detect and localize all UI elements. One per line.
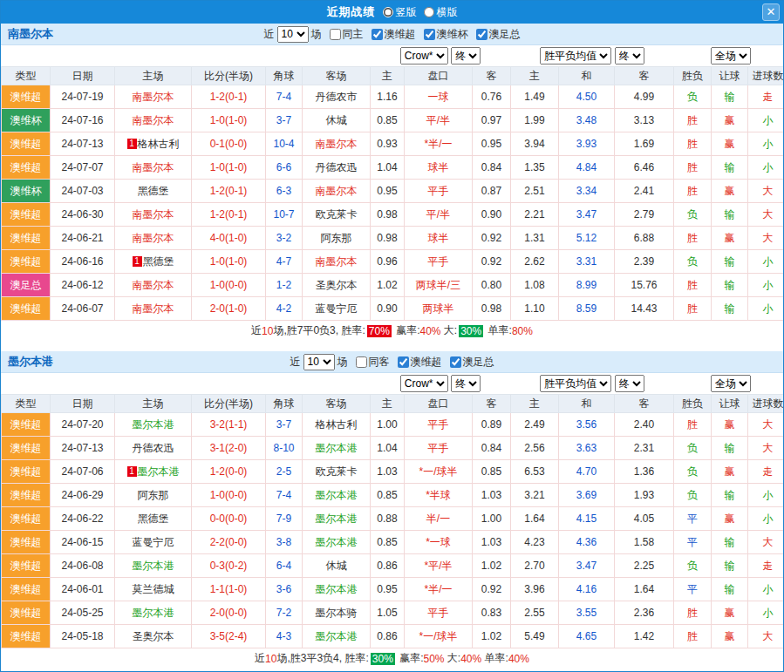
recent-count-select[interactable]: 10 xyxy=(303,354,335,370)
results-body: 澳维超24-07-20墨尔本港3-2(1-1)3-7格林古利1.00平手0.89… xyxy=(2,413,784,648)
away-team-cell: 南墨尔本 xyxy=(303,180,371,203)
avg-away-cell: 1.36 xyxy=(615,460,674,484)
home-odds-cell: 1.04 xyxy=(371,156,405,180)
result-cell: 胜 xyxy=(674,132,712,156)
team-text: 南墨尔本 xyxy=(133,279,174,291)
avg-state-select[interactable]: 终 xyxy=(615,47,644,64)
avg-home-cell: 3.96 xyxy=(511,578,559,601)
goals-result-cell: 大 xyxy=(748,227,784,250)
avg-draw-cell: 8.59 xyxy=(559,297,615,321)
result-cell: 胜 xyxy=(674,625,712,648)
horizontal-radio[interactable] xyxy=(424,7,434,17)
corners-cell: 7-9 xyxy=(266,507,303,531)
away-team-cell: 格林古利 xyxy=(303,413,371,437)
layout-vertical-option[interactable]: 竖版 xyxy=(383,5,417,20)
away-team-cell: 墨尔本骑 xyxy=(303,601,371,625)
away-odds-cell: 0.80 xyxy=(473,274,511,297)
bookmaker-select[interactable]: Crow* xyxy=(400,375,448,392)
avg-state-select[interactable]: 终 xyxy=(615,375,644,392)
match-row: 澳维超24-06-07南墨尔本2-0(1-0)4-2蓝曼宁厄0.90两球半0.9… xyxy=(2,297,784,321)
score-cell: 1-1(1-0) xyxy=(192,578,266,601)
team-text: 阿东那 xyxy=(321,232,352,244)
away-team-cell: 南墨尔本 xyxy=(303,132,371,156)
checkbox[interactable] xyxy=(450,356,461,368)
horizontal-label: 横版 xyxy=(437,5,458,20)
filter-checkbox-同客[interactable]: 同客 xyxy=(351,355,390,370)
vertical-radio[interactable] xyxy=(383,7,393,17)
col-handicap-result: 让球 xyxy=(712,67,748,85)
checkbox[interactable] xyxy=(356,356,367,368)
avg-draw-cell: 3.56 xyxy=(559,413,615,437)
team-text: 南墨尔本 xyxy=(316,255,358,268)
filter-checkbox-澳足总[interactable]: 澳足总 xyxy=(445,355,494,370)
team-text: 墨尔本港 xyxy=(316,489,358,501)
date-cell: 24-07-03 xyxy=(51,180,115,203)
avg-type-select[interactable]: 胜平负均值 xyxy=(540,47,611,64)
league-cell: 澳维超 xyxy=(2,132,51,156)
match-row: 澳维超24-06-21南墨尔本4-0(1-0)3-2阿东那0.98球半0.921… xyxy=(2,227,784,250)
checkbox[interactable] xyxy=(398,356,409,368)
home-team-cell: 墨尔本港 xyxy=(115,413,192,437)
avg-draw-cell: 4.65 xyxy=(559,625,615,648)
result-cell: 平 xyxy=(674,578,712,601)
results-body: 澳维超24-07-19南墨尔本1-2(0-1)7-4丹德农市1.16一球0.76… xyxy=(2,85,784,321)
avg-away-cell: 1.93 xyxy=(615,484,674,507)
avg-home-cell: 3.94 xyxy=(511,132,559,156)
team-text: 黑德堡 xyxy=(138,512,169,525)
checkbox[interactable] xyxy=(372,29,383,40)
goals-result-cell: 大 xyxy=(748,413,784,437)
avg-draw-cell: 8.99 xyxy=(559,274,615,297)
col-away: 客场 xyxy=(303,67,371,85)
team-text: 休城 xyxy=(326,114,347,126)
home-odds-cell: 1.00 xyxy=(371,413,405,437)
layout-horizontal-option[interactable]: 横版 xyxy=(424,5,458,20)
result-cell: 胜 xyxy=(674,180,712,203)
avg-home-cell: 2.62 xyxy=(511,250,559,274)
col-avg-draw: 和 xyxy=(559,395,615,413)
summary-segment: 40% xyxy=(508,653,529,665)
avg-away-cell: 1.64 xyxy=(615,578,674,601)
home-odds-cell: 0.90 xyxy=(371,297,405,321)
checkbox[interactable] xyxy=(476,29,487,40)
team-text: 格林古利 xyxy=(138,138,180,150)
avg-selects-cell: 胜平负均值 终 xyxy=(511,373,674,395)
avg-away-cell: 2.25 xyxy=(615,554,674,578)
away-odds-cell: 0.89 xyxy=(473,413,511,437)
score-cell: 1-0(1-0) xyxy=(192,156,266,180)
filter-checkbox-同主[interactable]: 同主 xyxy=(324,27,364,42)
league-cell: 澳维超 xyxy=(2,413,51,437)
recent-count-select[interactable]: 10 xyxy=(277,26,309,43)
filter-checkbox-澳维杯[interactable]: 澳维杯 xyxy=(419,27,468,42)
score-cell: 2-0(1-0) xyxy=(192,297,266,321)
avg-home-cell: 5.49 xyxy=(511,625,559,648)
league-cell: 澳维超 xyxy=(2,507,51,531)
score-cell: 3-5(2-4) xyxy=(192,625,266,648)
scope-select[interactable]: 全场 xyxy=(711,47,751,64)
games-label: 场 xyxy=(337,355,348,370)
filter-checkbox-澳维超[interactable]: 澳维超 xyxy=(366,27,416,42)
col-handicap: 盘口 xyxy=(405,395,473,413)
odds-state-select[interactable]: 终 xyxy=(451,375,481,392)
odds-state-select[interactable]: 终 xyxy=(451,47,481,64)
result-cell: 负 xyxy=(674,484,712,507)
filter-checkbox-澳足总[interactable]: 澳足总 xyxy=(471,27,521,42)
summary-segment: 40% xyxy=(460,653,481,665)
filter-checkbox-澳维超[interactable]: 澳维超 xyxy=(392,355,442,370)
checkbox[interactable] xyxy=(330,29,341,40)
close-icon[interactable]: ✕ xyxy=(762,3,780,21)
match-row: 澳维超24-06-15蓝曼宁厄2-2(0-0)3-8墨尔本港0.85*一球1.0… xyxy=(2,531,784,554)
scope-select[interactable]: 全场 xyxy=(711,375,751,392)
team-text: 圣奥尔本 xyxy=(133,630,174,642)
bookmaker-select[interactable]: Crow* xyxy=(400,47,448,64)
result-cell: 胜 xyxy=(674,227,712,250)
avg-type-select[interactable]: 胜平负均值 xyxy=(540,375,611,392)
score-cell: 4-0(1-0) xyxy=(192,227,266,250)
date-cell: 24-06-07 xyxy=(51,297,115,321)
team-text: 欧克莱卡 xyxy=(316,208,358,221)
checkbox[interactable] xyxy=(424,29,435,40)
col-score: 比分(半场) xyxy=(192,67,266,85)
away-odds-cell: 0.84 xyxy=(473,156,511,180)
corners-cell: 4-7 xyxy=(266,250,303,274)
summary-segment: 单率: xyxy=(485,323,512,338)
home-odds-cell: 0.95 xyxy=(371,578,405,601)
